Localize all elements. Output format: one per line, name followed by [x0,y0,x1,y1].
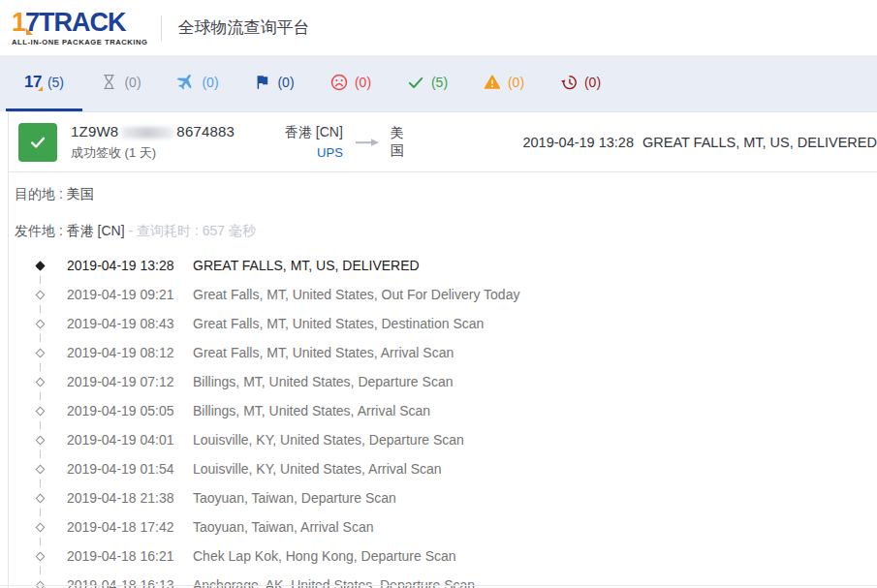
tracking-number: 1Z9W88674883 [71,123,283,139]
shipment-summary-card[interactable]: 1Z9W88674883 成功签收 (1 天) 香港 [CN] UPS 美国 2… [9,112,877,172]
destination-country: 美国 [391,125,415,160]
destination-row: 目的地 : 美国 [15,184,877,203]
origin-label: 发件地 : [15,223,63,238]
event-description: Great Falls, MT, United States, Out For … [193,287,519,302]
latest-event-time: 2019-04-19 13:28 [522,135,634,150]
latest-event-text: GREAT FALLS, MT, US, DELIVERED [642,135,877,150]
event-description: Great Falls, MT, United States, Destinat… [193,316,484,331]
timeline-row: 2019-04-18 16:21 Chek Lap Kok, Hong Kong… [15,542,877,571]
tab-count: (0) [277,75,294,90]
event-description: Louisville, KY, United States, Arrival S… [193,461,442,477]
event-time: 2019-04-19 04:01 [67,432,193,448]
timeline-row: 2019-04-19 01:54 Louisville, KY, United … [15,454,877,483]
logo-17-icon: 17 [24,74,42,90]
flag-icon [253,73,271,91]
tab-not-found[interactable]: (0) [82,55,159,111]
timeline-row: 2019-04-19 07:12 Billings, MT, United St… [15,367,877,396]
event-description: Great Falls, MT, United States, Arrival … [193,345,454,360]
event-description: Chek Lap Kok, Hong Kong, Departure Scan [193,548,456,564]
timeline: 2019-04-19 13:28 GREAT FALLS, MT, US, DE… [15,251,877,588]
event-time: 2019-04-19 08:43 [67,316,193,331]
timeline-row: 2019-04-19 08:43 Great Falls, MT, United… [15,309,877,338]
bottom-divider [0,585,877,586]
event-description: Billings, MT, United States, Departure S… [193,374,453,389]
hourglass-icon [100,73,118,91]
timeline-row: 2019-04-19 05:05 Billings, MT, United St… [15,396,877,425]
event-time: 2019-04-19 09:21 [67,287,193,302]
timeline-row: 2019-04-19 04:01 Louisville, KY, United … [15,425,877,454]
17track-logo[interactable]: 17TRACK ALL-IN-ONE PACKAGE TRACKING [12,10,147,46]
event-time: 2019-04-18 16:21 [67,548,193,564]
tab-in-transit[interactable]: (0) [159,55,235,111]
event-description: GREAT FALLS, MT, US, DELIVERED [193,258,420,273]
warning-icon [483,73,502,92]
destination-label: 目的地 : [15,186,63,201]
tracking-result-panel: 1Z9W88674883 成功签收 (1 天) 香港 [CN] UPS 美国 2… [8,111,877,588]
delivery-status-text: 成功签收 (1 天) [71,144,283,162]
destination-value: 美国 [67,186,94,201]
timeline-row: 2019-04-18 17:42 Taoyuan, Taiwan, Arriva… [15,512,877,542]
event-time: 2019-04-19 01:54 [67,461,193,477]
timeline-row: 2019-04-19 08:12 Great Falls, MT, United… [15,338,877,367]
tab-count: (0) [124,75,141,90]
latest-event-summary: 2019-04-19 13:28GREAT FALLS, MT, US, DEL… [522,135,877,150]
tab-count: (0) [202,75,218,90]
logo-17: 1 [12,8,25,37]
tab-count: (5) [431,75,448,90]
logo-subtitle: ALL-IN-ONE PACKAGE TRACKING [12,39,147,46]
logo-wordmark: 17TRACK [12,10,147,36]
event-description: Louisville, KY, United States, Departure… [193,432,464,448]
event-time: 2019-04-19 13:28 [67,258,193,273]
tab-all[interactable]: 17 (5) [6,55,82,111]
event-time: 2019-04-19 07:12 [67,374,193,389]
origin-country: 香港 [CN] [283,124,343,141]
airplane-icon [175,72,196,92]
query-time-note: - 查询耗时 : 657 毫秒 [128,223,255,238]
site-title: 全球物流查询平台 [177,16,309,39]
event-description: Anchorage, AK, United States, Departure … [193,577,475,588]
route-arrow-icon [355,134,380,151]
event-description: Taoyuan, Taiwan, Arrival Scan [193,519,374,535]
origin-row: 发件地 : 香港 [CN] - 查询耗时 : 657 毫秒 [15,221,877,240]
tab-undelivered[interactable]: (0) [312,55,389,111]
route-block: 香港 [CN] UPS 美国 [283,124,414,160]
tab-delivered[interactable]: (5) [389,55,465,111]
event-time: 2019-04-18 21:38 [67,490,193,506]
event-time: 2019-04-18 16:13 [67,577,193,588]
shipment-id-block: 1Z9W88674883 成功签收 (1 天) [71,123,283,162]
timeline-row: 2019-04-19 09:21 Great Falls, MT, United… [15,280,877,309]
event-time: 2019-04-19 05:05 [67,403,193,418]
timeline-row: 2019-04-18 21:38 Taoyuan, Taiwan, Depart… [15,483,877,512]
page-header: 17TRACK ALL-IN-ONE PACKAGE TRACKING 全球物流… [0,0,877,55]
origin-value: 香港 [CN] [67,223,125,238]
shipment-details: 目的地 : 美国 发件地 : 香港 [CN] - 查询耗时 : 657 毫秒 2… [9,172,877,588]
tab-count: (5) [47,75,64,90]
sad-face-icon [329,73,349,92]
check-icon [27,132,48,153]
history-icon [559,73,579,92]
tab-count: (0) [508,75,524,90]
header-divider [161,15,162,41]
event-description: Billings, MT, United States, Arrival Sca… [193,403,430,418]
timeline-row: 2019-04-19 13:28 GREAT FALLS, MT, US, DE… [15,251,877,280]
delivered-status-icon [18,123,57,162]
tab-alert[interactable]: (0) [465,55,542,111]
event-description: Taoyuan, Taiwan, Departure Scan [193,490,396,506]
carrier-link[interactable]: UPS [283,145,343,160]
redacted-digits [121,127,173,139]
event-time: 2019-04-18 17:42 [67,519,193,535]
check-icon [406,73,425,92]
status-tabbar: 17 (5) (0) (0) (0) (0) (5) (0) (0) [0,55,877,111]
tab-expired[interactable]: (0) [542,55,618,111]
tab-pick-up[interactable]: (0) [235,55,312,111]
event-time: 2019-04-19 08:12 [67,345,193,360]
tab-count: (0) [584,75,601,90]
tab-count: (0) [355,75,371,90]
origin-column: 香港 [CN] UPS [283,124,343,160]
